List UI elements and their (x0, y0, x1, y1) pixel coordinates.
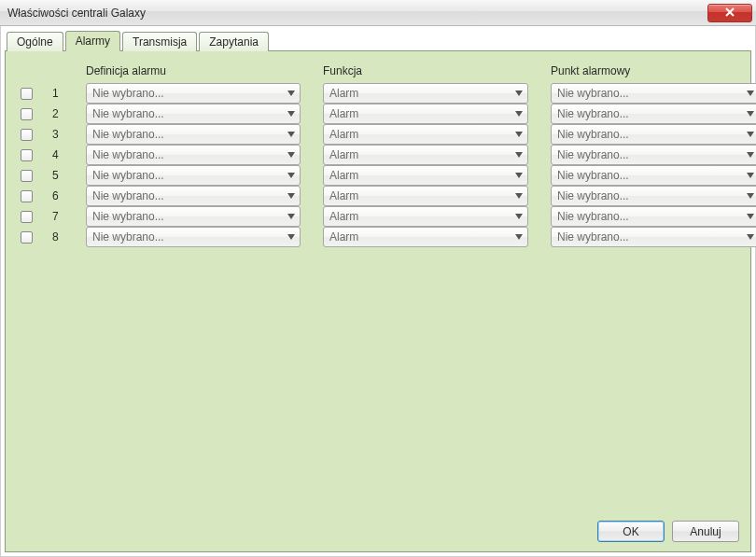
chevron-down-icon (742, 234, 756, 240)
chevron-down-icon (283, 193, 300, 199)
combo-value: Nie wybrano... (557, 128, 742, 141)
chevron-down-icon (742, 132, 756, 137)
combo-definition[interactable]: Nie wybrano... (86, 186, 301, 206)
row-number: 7 (52, 210, 63, 223)
row-enable-checkbox[interactable] (21, 211, 33, 223)
combo-definition[interactable]: Nie wybrano... (86, 83, 301, 104)
tab-label: Ogólne (17, 35, 53, 49)
close-button[interactable] (707, 4, 752, 22)
combo-value: Nie wybrano... (92, 148, 283, 161)
chevron-down-icon (283, 214, 300, 219)
combo-value: Nie wybrano... (557, 87, 742, 100)
tab-general[interactable]: Ogólne (7, 32, 63, 51)
column-header-function: Funkcja (323, 64, 528, 83)
row-enable-checkbox[interactable] (21, 129, 33, 141)
combo-value: Alarm (329, 148, 511, 161)
chevron-down-icon (742, 193, 756, 199)
window-body: Ogólne Alarmy Transmisja Zapytania Defin… (0, 26, 756, 557)
row-enable-checkbox[interactable] (21, 149, 33, 161)
tabstrip: Ogólne Alarmy Transmisja Zapytania (5, 30, 751, 50)
chevron-down-icon (742, 152, 756, 158)
chevron-down-icon (511, 111, 527, 117)
chevron-down-icon (511, 91, 527, 96)
cancel-button[interactable]: Anuluj (672, 521, 739, 542)
row-enable-checkbox[interactable] (21, 170, 33, 182)
chevron-down-icon (511, 173, 527, 178)
combo-point[interactable]: Nie wybrano... (551, 104, 756, 124)
combo-point[interactable]: Nie wybrano... (551, 227, 756, 247)
combo-function[interactable]: Alarm (323, 124, 528, 145)
combo-function[interactable]: Alarm (323, 83, 528, 104)
combo-point[interactable]: Nie wybrano... (551, 206, 756, 227)
tab-queries[interactable]: Zapytania (199, 32, 269, 51)
chevron-down-icon (511, 152, 527, 158)
row-number: 5 (52, 169, 63, 182)
chevron-down-icon (742, 173, 756, 178)
combo-point[interactable]: Nie wybrano... (551, 124, 756, 145)
combo-function[interactable]: Alarm (323, 206, 528, 227)
row-number: 2 (52, 107, 63, 120)
chevron-down-icon (283, 152, 300, 158)
chevron-down-icon (283, 173, 300, 178)
combo-value: Nie wybrano... (92, 210, 283, 223)
tab-transmission[interactable]: Transmisja (122, 32, 197, 51)
row-enable-checkbox[interactable] (21, 190, 33, 202)
chevron-down-icon (283, 111, 300, 117)
button-label: Anuluj (690, 525, 721, 538)
combo-definition[interactable]: Nie wybrano... (86, 227, 301, 247)
tab-label: Zapytania (209, 35, 259, 49)
column-header-point: Punkt alarmowy (551, 64, 756, 83)
chevron-down-icon (511, 234, 527, 240)
combo-function[interactable]: Alarm (323, 165, 528, 186)
tab-panel-alarms: Definicja alarmu Funkcja Punkt alarmowy … (5, 50, 751, 552)
dialog-footer: OK Anuluj (597, 521, 739, 542)
button-label: OK (623, 525, 638, 538)
combo-value: Nie wybrano... (92, 107, 283, 120)
chevron-down-icon (511, 214, 527, 219)
row-number: 1 (52, 87, 63, 100)
chevron-down-icon (283, 132, 300, 137)
combo-function[interactable]: Alarm (323, 104, 528, 124)
combo-value: Alarm (329, 189, 511, 202)
tab-alarms[interactable]: Alarmy (65, 31, 120, 51)
combo-value: Nie wybrano... (92, 189, 283, 202)
combo-function[interactable]: Alarm (323, 186, 528, 206)
combo-function[interactable]: Alarm (323, 227, 528, 247)
combo-definition[interactable]: Nie wybrano... (86, 206, 301, 227)
chevron-down-icon (742, 214, 756, 219)
ok-button[interactable]: OK (597, 521, 665, 542)
combo-value: Alarm (329, 210, 511, 223)
combo-definition[interactable]: Nie wybrano... (86, 124, 301, 145)
combo-value: Nie wybrano... (557, 189, 742, 202)
combo-point[interactable]: Nie wybrano... (551, 165, 756, 186)
combo-function[interactable]: Alarm (323, 145, 528, 165)
row-enable-checkbox[interactable] (21, 108, 33, 120)
row-enable-checkbox[interactable] (21, 88, 33, 100)
chevron-down-icon (283, 91, 300, 96)
combo-value: Nie wybrano... (92, 128, 283, 141)
alarm-grid: Definicja alarmu Funkcja Punkt alarmowy … (17, 64, 739, 247)
combo-value: Nie wybrano... (557, 210, 742, 223)
row-number: 8 (52, 230, 63, 244)
row-number: 4 (52, 148, 63, 161)
combo-value: Alarm (329, 128, 511, 141)
combo-value: Nie wybrano... (557, 169, 742, 182)
row-enable-checkbox[interactable] (21, 231, 33, 244)
combo-definition[interactable]: Nie wybrano... (86, 104, 301, 124)
chevron-down-icon (283, 234, 300, 240)
combo-value: Alarm (329, 107, 511, 120)
combo-value: Nie wybrano... (557, 148, 742, 161)
combo-value: Nie wybrano... (557, 107, 742, 120)
combo-point[interactable]: Nie wybrano... (551, 145, 756, 165)
combo-value: Alarm (329, 230, 511, 244)
chevron-down-icon (511, 193, 527, 199)
row-number: 6 (52, 189, 63, 202)
close-icon (725, 7, 735, 20)
combo-definition[interactable]: Nie wybrano... (86, 145, 301, 165)
combo-definition[interactable]: Nie wybrano... (86, 165, 301, 186)
row-number: 3 (52, 128, 63, 141)
combo-value: Nie wybrano... (557, 230, 742, 244)
combo-point[interactable]: Nie wybrano... (551, 186, 756, 206)
tab-label: Alarmy (76, 35, 110, 48)
combo-point[interactable]: Nie wybrano... (551, 83, 756, 104)
